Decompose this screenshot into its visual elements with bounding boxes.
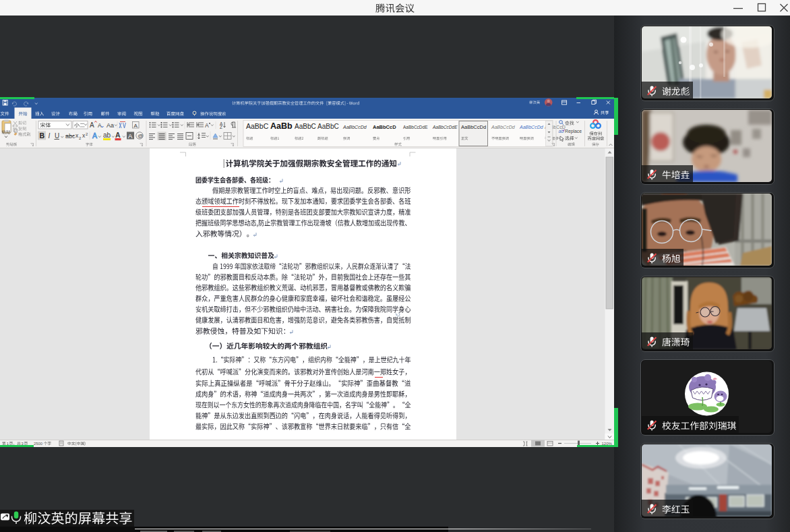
svg-text:2500: 2500 — [34, 442, 42, 446]
svg-text:A: A — [205, 122, 209, 129]
svg-text:AaBbC: AaBbC — [317, 123, 339, 130]
svg-text:Replace: Replace — [565, 129, 582, 134]
svg-text:U: U — [55, 132, 59, 140]
svg-text:B: B — [40, 131, 45, 140]
svg-text:AaBbCcDd: AaBbCcDd — [461, 124, 486, 130]
svg-text:AaBb: AaBb — [270, 121, 293, 131]
svg-text:Z: Z — [220, 125, 222, 129]
svg-text:AaBbC: AaBbC — [246, 122, 269, 130]
svg-text:A: A — [115, 131, 121, 139]
svg-text:I: I — [49, 132, 51, 140]
svg-text:2: 2 — [79, 136, 82, 140]
svg-text:AaBbCcDdE: AaBbCcDdE — [432, 125, 458, 129]
svg-text:abc: abc — [65, 133, 75, 140]
svg-text:2: 2 — [86, 132, 88, 136]
svg-text:AaBbCcD: AaBbCcD — [373, 124, 396, 130]
svg-text:A: A — [92, 131, 97, 140]
svg-text:@: @ — [138, 133, 143, 139]
svg-text:AaBbC: AaBbC — [295, 123, 316, 130]
svg-text:AaBbCcDd: AaBbCcDd — [491, 125, 516, 129]
svg-text:ab: ab — [103, 131, 111, 139]
svg-text:A: A — [134, 123, 138, 129]
svg-text:AaBbCcDdE: AaBbCcDdE — [403, 125, 428, 129]
svg-text:AaBbCcDd: AaBbCcDd — [342, 125, 367, 129]
svg-text:Aa: Aa — [107, 122, 114, 129]
svg-text:A: A — [90, 121, 94, 129]
svg-text:A: A — [98, 122, 102, 129]
svg-text:A: A — [128, 132, 133, 140]
svg-text:AaBbCcDd: AaBbCcDd — [519, 125, 544, 129]
